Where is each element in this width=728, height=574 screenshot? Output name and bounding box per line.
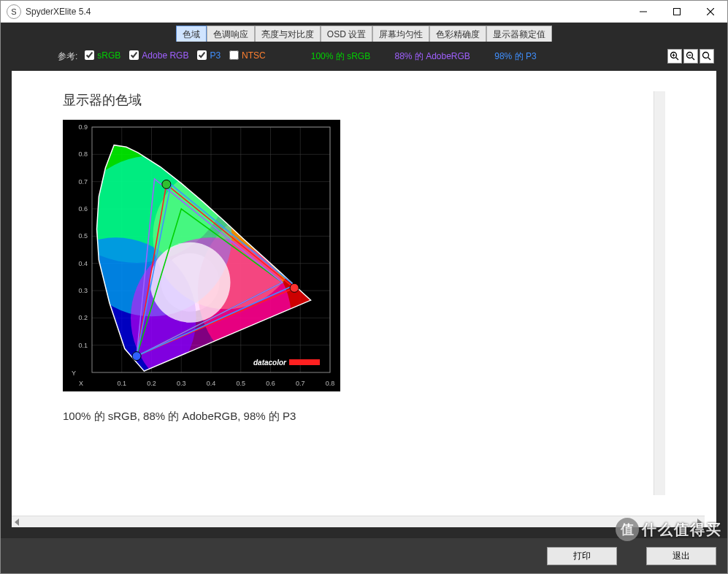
coverage-summary: 100% 的 sRGB, 88% 的 AdobeRGB, 98% 的 P3 xyxy=(63,410,665,424)
scrollbar-horizontal[interactable] xyxy=(12,516,705,527)
svg-text:0.5: 0.5 xyxy=(236,380,245,387)
svg-line-9 xyxy=(692,58,695,61)
quit-button[interactable]: 退出 xyxy=(646,547,716,565)
titlebar: S SpyderXElite 5.4 xyxy=(1,1,727,23)
ref-option-p3[interactable]: P3 xyxy=(197,50,221,61)
svg-text:0.4: 0.4 xyxy=(78,260,88,267)
svg-line-5 xyxy=(676,58,679,61)
window-title: SpyderXElite 5.4 xyxy=(26,7,627,17)
ref-checkbox-ntsc[interactable] xyxy=(229,50,239,60)
coverage-srgb: 100% 的 sRGB xyxy=(311,51,370,61)
svg-point-57 xyxy=(150,242,230,323)
coverage-readout: 100% 的 sRGB 88% 的 AdobeRGB 98% 的 P3 xyxy=(311,50,559,63)
svg-text:0.3: 0.3 xyxy=(78,287,88,294)
tab-4[interactable]: 屏幕均匀性 xyxy=(372,26,429,42)
scrollbar-vertical[interactable] xyxy=(654,91,665,495)
ref-label-text: Adobe RGB xyxy=(142,50,188,61)
zoom-in-icon xyxy=(670,51,680,61)
svg-text:0.7: 0.7 xyxy=(296,380,305,387)
svg-text:0.4: 0.4 xyxy=(207,380,216,387)
tab-1[interactable]: 色调响应 xyxy=(207,26,255,42)
zoom-in-button[interactable] xyxy=(667,49,682,64)
svg-text:Y: Y xyxy=(72,370,76,377)
app-window: S SpyderXElite 5.4 色域色调响应亮度与对比度OSD 设置屏幕均… xyxy=(0,0,728,574)
zoom-out-icon xyxy=(686,51,696,61)
coverage-p3: 98% 的 P3 xyxy=(494,51,536,61)
svg-rect-65 xyxy=(289,359,320,365)
app-icon: S xyxy=(7,4,21,19)
zoom-controls xyxy=(667,49,714,64)
tab-6[interactable]: 显示器额定值 xyxy=(486,26,552,42)
footer-bar: 打印 退出 xyxy=(1,538,727,573)
ref-checkbox-srgb[interactable] xyxy=(85,50,94,60)
ref-option-srgb[interactable]: sRGB xyxy=(85,50,120,61)
svg-point-11 xyxy=(703,53,709,58)
coverage-adobe: 88% 的 AdobeRGB xyxy=(394,51,470,61)
section-title: 显示器的色域 xyxy=(63,91,665,109)
tab-3[interactable]: OSD 设置 xyxy=(321,26,372,42)
maximize-button[interactable] xyxy=(660,1,694,23)
magnifier-icon xyxy=(702,51,712,61)
close-button[interactable] xyxy=(694,1,727,23)
svg-rect-1 xyxy=(674,8,681,15)
ref-checkbox-adobergb[interactable] xyxy=(129,50,139,60)
svg-text:0.9: 0.9 xyxy=(78,123,88,131)
gamut-chart: 0.10.20.30.40.50.60.70.80.10.20.30.40.50… xyxy=(63,120,340,391)
zoom-out-button[interactable] xyxy=(683,49,698,64)
svg-text:0.8: 0.8 xyxy=(326,380,335,387)
svg-text:0.8: 0.8 xyxy=(78,150,88,158)
tab-0[interactable]: 色域 xyxy=(176,26,207,42)
ref-option-adobergb[interactable]: Adobe RGB xyxy=(129,50,188,61)
svg-line-12 xyxy=(708,58,711,61)
svg-text:X: X xyxy=(79,380,83,387)
content-wrap: 显示器的色域 0.10.20.30.40.50.60.70.80.10.20.3… xyxy=(1,71,727,538)
svg-text:datacolor: datacolor xyxy=(253,359,287,367)
tab-bar: 色域色调响应亮度与对比度OSD 设置屏幕均匀性色彩精确度显示器额定值 xyxy=(1,23,727,42)
ref-checkbox-p3[interactable] xyxy=(197,50,207,60)
svg-text:0.6: 0.6 xyxy=(266,380,275,387)
svg-text:0.6: 0.6 xyxy=(78,205,88,213)
tab-5[interactable]: 色彩精确度 xyxy=(429,26,486,42)
window-controls xyxy=(627,1,727,23)
reference-bar: 参考: sRGBAdobe RGBP3NTSC 100% 的 sRGB 88% … xyxy=(1,42,727,71)
svg-text:0.2: 0.2 xyxy=(147,380,156,387)
svg-text:0.2: 0.2 xyxy=(78,314,88,321)
ref-label-text: P3 xyxy=(210,50,221,61)
reference-label: 参考: xyxy=(58,50,77,63)
ref-option-ntsc[interactable]: NTSC xyxy=(229,50,266,61)
zoom-reset-button[interactable] xyxy=(700,49,714,64)
svg-text:0.1: 0.1 xyxy=(117,380,126,387)
svg-point-62 xyxy=(290,283,299,292)
content-panel: 显示器的色域 0.10.20.30.40.50.60.70.80.10.20.3… xyxy=(12,71,716,527)
svg-text:0.1: 0.1 xyxy=(78,342,88,349)
svg-text:0.3: 0.3 xyxy=(177,380,186,387)
print-button[interactable]: 打印 xyxy=(547,547,617,565)
ref-label-text: NTSC xyxy=(242,50,266,61)
svg-point-63 xyxy=(162,180,171,188)
svg-text:0.5: 0.5 xyxy=(78,232,88,240)
svg-text:0.7: 0.7 xyxy=(78,178,88,185)
tab-2[interactable]: 亮度与对比度 xyxy=(255,26,321,42)
svg-point-64 xyxy=(132,352,141,361)
ref-label-text: sRGB xyxy=(97,50,120,61)
minimize-button[interactable] xyxy=(627,1,660,23)
